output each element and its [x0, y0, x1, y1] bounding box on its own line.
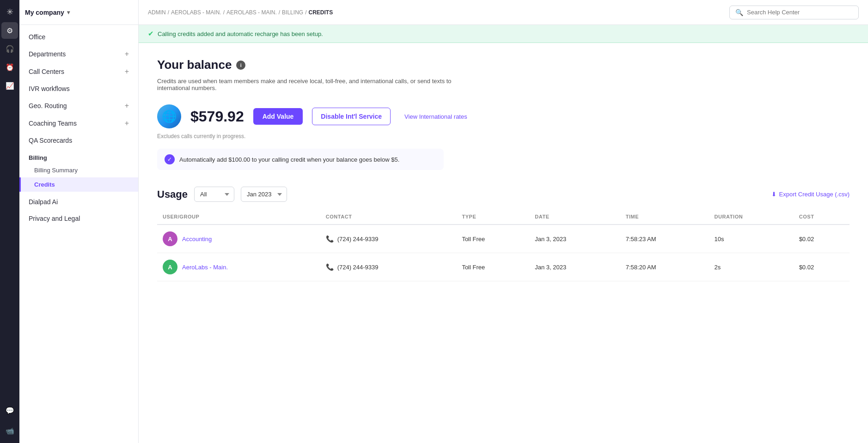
- sidebar-item-billing-summary[interactable]: Billing Summary: [19, 163, 138, 177]
- breadcrumb-billing: BILLING: [282, 9, 303, 16]
- notification-message: Calling credits added and automatic rech…: [158, 30, 323, 37]
- usage-title-row: Usage All Users Groups Jan 2023 Dec 2022…: [157, 187, 287, 202]
- check-circle-icon: ✓: [165, 154, 175, 164]
- cell-user: A Accounting: [157, 225, 320, 253]
- nav-label: Departments: [29, 50, 66, 58]
- col-user-group: USER/GROUP: [157, 209, 320, 225]
- add-value-button[interactable]: Add Value: [253, 108, 303, 125]
- col-duration: DURATION: [709, 209, 794, 225]
- cell-type: Toll Free: [456, 253, 529, 281]
- sidebar: My company ▾ Office Departments + Call C…: [19, 0, 139, 443]
- nav-label: Call Centers: [29, 68, 64, 75]
- call-icon: 📞: [326, 235, 334, 243]
- sidebar-item-geo-routing[interactable]: Geo. Routing +: [19, 97, 138, 115]
- user-avatar: A: [163, 260, 177, 274]
- disable-intl-button[interactable]: Disable Int'l Service: [312, 108, 391, 125]
- cell-type: Toll Free: [456, 225, 529, 253]
- contact-number: (724) 244-9339: [337, 236, 379, 243]
- user-avatar: A: [163, 231, 177, 246]
- topbar: ADMIN / AEROLABS - MAIN. / AEROLABS - MA…: [139, 0, 868, 25]
- sidebar-item-departments[interactable]: Departments +: [19, 45, 138, 63]
- cell-duration: 2s: [709, 253, 794, 281]
- sidebar-item-call-centers[interactable]: Call Centers +: [19, 63, 138, 80]
- breadcrumb-credits: CREDITS: [308, 9, 333, 16]
- sidebar-item-ivr-workflows[interactable]: IVR workflows: [19, 80, 138, 97]
- billing-section: Billing Billing Summary Credits: [19, 149, 138, 194]
- cell-time: 7:58:20 AM: [620, 253, 709, 281]
- user-link[interactable]: Accounting: [182, 236, 212, 243]
- sidebar-item-privacy-legal[interactable]: Privacy and Legal: [19, 210, 138, 227]
- notification-bar: ✔ Calling credits added and automatic re…: [139, 25, 868, 43]
- info-icon[interactable]: i: [236, 61, 245, 70]
- cell-cost: $0.02: [794, 253, 850, 281]
- export-csv-link[interactable]: ⬇ Export Credit Usage (.csv): [771, 191, 850, 198]
- nav-label: QA Scorecards: [29, 137, 72, 144]
- usage-title: Usage: [157, 188, 188, 200]
- table-row: A AeroLabs - Main. 📞 (724) 244-9339 Toll…: [157, 253, 850, 281]
- page-title: Your balance: [157, 58, 232, 72]
- asterisk-icon[interactable]: ✳: [1, 4, 18, 20]
- gear-icon[interactable]: ⚙: [1, 22, 18, 39]
- nav-label: Office: [29, 33, 45, 41]
- export-label: Export Credit Usage (.csv): [779, 191, 850, 198]
- plus-icon: +: [125, 102, 129, 110]
- user-link[interactable]: AeroLabs - Main.: [182, 264, 228, 271]
- col-contact: CONTACT: [320, 209, 457, 225]
- company-selector[interactable]: My company ▾: [25, 9, 70, 16]
- chat-icon[interactable]: 💬: [1, 402, 18, 419]
- cell-time: 7:58:23 AM: [620, 225, 709, 253]
- plus-icon: +: [125, 50, 129, 58]
- table-row: A Accounting 📞 (724) 244-9339 Toll Free …: [157, 225, 850, 253]
- icon-rail: ✳ ⚙ 🎧 ⏰ 📈 💬 📹: [0, 0, 19, 443]
- globe-icon: 🌐: [157, 104, 181, 128]
- auto-recharge-banner: ✓ Automatically add $100.00 to your call…: [157, 149, 444, 170]
- sidebar-item-dialpad-ai[interactable]: Dialpad Ai: [19, 194, 138, 210]
- cell-user: A AeroLabs - Main.: [157, 253, 320, 281]
- usage-header: Usage All Users Groups Jan 2023 Dec 2022…: [157, 187, 850, 202]
- nav-label: IVR workflows: [29, 85, 70, 92]
- clock-icon[interactable]: ⏰: [1, 59, 18, 76]
- sidebar-item-coaching-teams[interactable]: Coaching Teams +: [19, 115, 138, 132]
- video-icon[interactable]: 📹: [1, 423, 18, 439]
- col-time: TIME: [620, 209, 709, 225]
- download-icon: ⬇: [771, 191, 776, 198]
- sidebar-header: My company ▾: [19, 0, 138, 25]
- sidebar-item-qa-scorecards[interactable]: QA Scorecards: [19, 132, 138, 149]
- company-name: My company: [25, 9, 64, 16]
- usage-date-select[interactable]: Jan 2023 Dec 2022 Nov 2022: [241, 187, 287, 202]
- usage-section: Usage All Users Groups Jan 2023 Dec 2022…: [157, 187, 850, 281]
- usage-filter-select[interactable]: All Users Groups: [194, 187, 234, 202]
- headset-icon[interactable]: 🎧: [1, 41, 18, 57]
- plus-icon: +: [125, 67, 129, 76]
- breadcrumb-aerolabs-main2: AEROLABS - MAIN.: [226, 9, 277, 16]
- plus-icon: +: [125, 119, 129, 127]
- nav-label: Coaching Teams: [29, 120, 77, 127]
- excludes-note: Excludes calls currently in progress.: [157, 133, 850, 140]
- sidebar-item-office[interactable]: Office: [19, 29, 138, 45]
- content: Your balance i Credits are used when tea…: [139, 43, 868, 443]
- cell-contact: 📞 (724) 244-9339: [320, 253, 457, 281]
- sidebar-nav: Office Departments + Call Centers + IVR …: [19, 25, 138, 443]
- search-input[interactable]: [747, 9, 853, 16]
- cell-duration: 10s: [709, 225, 794, 253]
- nav-label: Privacy and Legal: [29, 215, 80, 222]
- nav-label: Geo. Routing: [29, 102, 67, 109]
- contact-number: (724) 244-9339: [337, 264, 379, 271]
- cell-cost: $0.02: [794, 225, 850, 253]
- balance-row: 🌐 $579.92 Add Value Disable Int'l Servic…: [157, 104, 850, 128]
- call-icon: 📞: [326, 263, 334, 271]
- chevron-down-icon: ▾: [67, 9, 70, 16]
- cell-date: Jan 3, 2023: [529, 253, 620, 281]
- col-cost: COST: [794, 209, 850, 225]
- cell-date: Jan 3, 2023: [529, 225, 620, 253]
- auto-recharge-text: Automatically add $100.00 to your callin…: [179, 156, 399, 163]
- sidebar-item-credits[interactable]: Credits: [19, 177, 138, 192]
- breadcrumb-aerolabs-main: AEROLABS - MAIN.: [171, 9, 221, 16]
- check-icon: ✔: [148, 30, 154, 38]
- search-icon: 🔍: [735, 9, 743, 16]
- search-bar[interactable]: 🔍: [729, 6, 859, 19]
- view-intl-rates-link[interactable]: View International rates: [404, 113, 467, 120]
- chart-icon[interactable]: 📈: [1, 78, 18, 94]
- usage-table: USER/GROUP CONTACT TYPE DATE TIME DURATI…: [157, 209, 850, 281]
- breadcrumb: ADMIN / AEROLABS - MAIN. / AEROLABS - MA…: [148, 9, 729, 16]
